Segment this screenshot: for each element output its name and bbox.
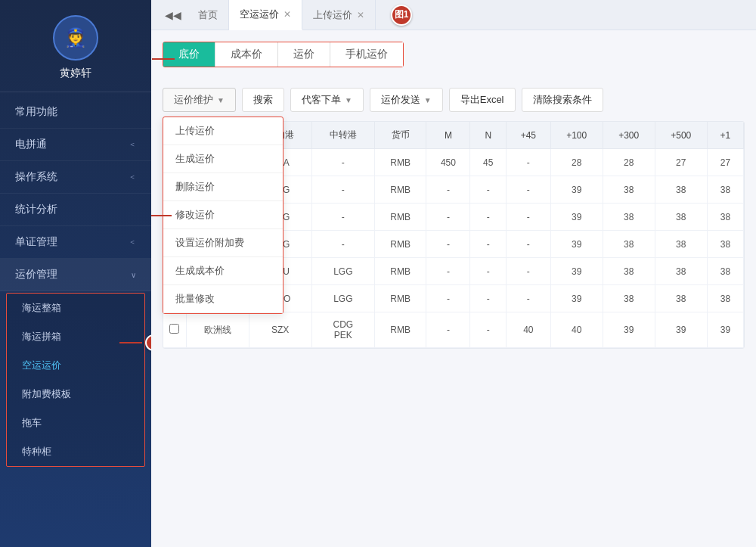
row-currency: RMB	[374, 149, 426, 176]
freight-sub-menu: 海运整箱 海运拼箱 空运运价 附加费模板 拖车 特种柜	[6, 293, 145, 467]
user-name: 黄婷轩	[60, 67, 91, 80]
fig1-annotation: 图1	[391, 5, 412, 26]
tab-home[interactable]: 首页	[187, 0, 229, 30]
row-p300: 39	[603, 312, 655, 348]
sidebar-item-truck[interactable]: 拖车	[7, 409, 144, 437]
row-p45: -	[507, 204, 551, 231]
fig-label: 图1	[391, 5, 412, 26]
row-m: -	[426, 258, 470, 285]
chevron-right-icon: ＜	[129, 237, 136, 247]
sidebar-item-common[interactable]: 常用功能	[0, 96, 151, 129]
row-route: 欧洲线	[186, 312, 249, 348]
sidebar-item-ops[interactable]: 操作系统 ＜	[0, 161, 151, 194]
tab-upload[interactable]: 上传运价 ✕	[302, 0, 376, 30]
row-p45: 40	[507, 312, 551, 348]
tab-air-freight[interactable]: 空运运价 ✕	[229, 0, 302, 30]
row-transfer: LGG	[311, 258, 374, 285]
dropdown-arrow-icon: ▼	[217, 96, 225, 104]
row-currency: RMB	[374, 285, 426, 312]
annotation-2: 2	[151, 51, 175, 67]
row-n: -	[470, 285, 507, 312]
tab-upload-label: 上传运价	[313, 8, 352, 22]
sidebar-item-freight[interactable]: 运价管理 ∨	[0, 259, 151, 291]
freight-send-button[interactable]: 运价发送 ▼	[370, 88, 443, 112]
search-button[interactable]: 搜索	[242, 88, 284, 112]
send-dropdown-icon: ▼	[424, 96, 432, 104]
row-n: -	[470, 231, 507, 258]
sidebar-item-stats[interactable]: 统计分析	[0, 194, 151, 226]
row-p1: 38	[707, 285, 743, 312]
tab-air-label: 空运运价	[240, 8, 279, 21]
type-tabs: 底价 成本价 运价 手机运价	[163, 42, 404, 67]
row-p1: 38	[707, 231, 743, 258]
sidebar-item-surcharge[interactable]: 附加费模板	[7, 380, 144, 409]
row-transfer: -	[311, 149, 374, 176]
row-currency: RMB	[374, 312, 426, 348]
row-transfer: -	[311, 176, 374, 204]
row-m: -	[426, 204, 470, 231]
sidebar-item-epintong[interactable]: 电拼通 ＜	[0, 129, 151, 161]
chevron-down-icon: ∨	[131, 271, 136, 279]
row-transfer: -	[311, 231, 374, 258]
maintenance-dropdown-wrapper: 运价维护 ▼ 上传运价 生成运价 删除运价 修改运价 设置运价附加费 生成成本价…	[163, 88, 236, 112]
row-n: -	[470, 258, 507, 285]
row-p500: 38	[655, 258, 707, 285]
menu-delete-freight[interactable]: 删除运价	[163, 173, 283, 201]
menu-edit-freight[interactable]: 修改运价	[163, 201, 283, 229]
row-p500: 38	[655, 204, 707, 231]
main-content: ◀◀ 首页 空运运价 ✕ 上传运价 ✕ 图1 底价 成本价 运价 手机运价	[151, 0, 756, 547]
export-excel-button[interactable]: 导出Excel	[449, 88, 516, 112]
row-currency: RMB	[374, 204, 426, 231]
maintenance-label: 运价维护	[174, 93, 213, 107]
col-p100: +100	[550, 122, 603, 149]
agent-order-button[interactable]: 代客下单 ▼	[290, 88, 364, 112]
tab-upload-close-icon[interactable]: ✕	[357, 10, 364, 20]
row-n: -	[470, 204, 507, 231]
sidebar-item-docs[interactable]: 单证管理 ＜	[0, 226, 151, 259]
row-p500: 38	[655, 285, 707, 312]
tab-mobile-freight[interactable]: 手机运价	[330, 42, 403, 67]
sidebar-nav: 常用功能 电拼通 ＜ 操作系统 ＜ 统计分析 单证管理 ＜ 运价管理 ∨ 海运整…	[0, 92, 151, 547]
menu-batch-edit[interactable]: 批量修改	[163, 285, 283, 313]
row-p1: 39	[707, 312, 743, 348]
tab-freight[interactable]: 运价	[278, 42, 330, 67]
menu-generate-freight[interactable]: 生成运价	[163, 145, 283, 173]
tab-cost-price[interactable]: 成本价	[215, 42, 278, 67]
sidebar-item-label: 统计分析	[15, 203, 57, 216]
menu-upload-freight[interactable]: 上传运价	[163, 117, 283, 145]
tab-back-button[interactable]: ◀◀	[159, 5, 187, 25]
row-p500: 27	[655, 149, 707, 176]
sidebar-item-label: 单证管理	[15, 235, 57, 249]
menu-set-surcharge[interactable]: 设置运价附加费	[163, 229, 283, 257]
avatar: 👮	[53, 15, 98, 61]
row-p45: -	[507, 231, 551, 258]
row-p100: 40	[550, 312, 603, 348]
row-n: -	[470, 312, 507, 348]
menu-gen-cost[interactable]: 生成成本价	[163, 257, 283, 285]
tab-air-close-icon[interactable]: ✕	[284, 9, 291, 20]
sidebar-item-sea-full[interactable]: 海运整箱	[7, 294, 144, 322]
row-p300: 38	[603, 204, 655, 231]
row-p1: 38	[707, 204, 743, 231]
toolbar: 运价维护 ▼ 上传运价 生成运价 删除运价 修改运价 设置运价附加费 生成成本价…	[163, 88, 745, 112]
row-p300: 38	[603, 285, 655, 312]
annotation-circle-1: 1	[145, 334, 151, 351]
row-m: 450	[426, 149, 470, 176]
sidebar-item-special[interactable]: 特种柜	[7, 437, 144, 466]
row-currency: RMB	[374, 258, 426, 285]
maintenance-button[interactable]: 运价维护 ▼	[163, 88, 236, 112]
toolbar-wrapper: 运价维护 ▼ 上传运价 生成运价 删除运价 修改运价 设置运价附加费 生成成本价…	[163, 88, 745, 112]
row-p100: 39	[550, 204, 603, 231]
row-n: 45	[470, 149, 507, 176]
row-checkbox-cell[interactable]	[163, 312, 186, 348]
row-transfer: -	[311, 204, 374, 231]
agent-dropdown-icon: ▼	[345, 96, 352, 104]
row-p300: 38	[603, 176, 655, 204]
row-p1: 38	[707, 258, 743, 285]
sidebar-item-air-freight[interactable]: 空运运价	[7, 351, 144, 380]
user-profile: 👮 黄婷轩	[0, 0, 151, 92]
row-p100: 39	[550, 258, 603, 285]
col-p500: +500	[655, 122, 707, 149]
clear-search-button[interactable]: 清除搜索条件	[522, 88, 603, 112]
row-checkbox[interactable]	[169, 324, 179, 334]
